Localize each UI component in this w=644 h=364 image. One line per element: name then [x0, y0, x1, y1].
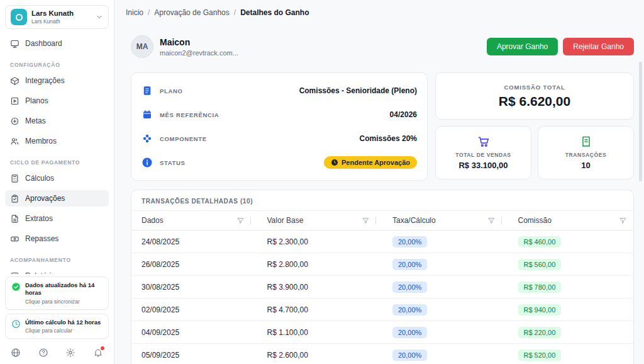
- approve-button[interactable]: Aprovar Ganho: [487, 38, 558, 55]
- cart-icon: [477, 135, 490, 148]
- breadcrumb-separator: /: [234, 8, 236, 17]
- sidebar-item-membros[interactable]: Membros: [5, 133, 109, 149]
- sidebar-item-extratos[interactable]: Extratos: [5, 210, 109, 227]
- breadcrumb-separator: /: [148, 8, 150, 17]
- calendar-icon: [142, 109, 153, 120]
- sidebar-item-label: Extratos: [25, 214, 53, 223]
- status-badge: Pendente Aprovação: [324, 156, 417, 169]
- transactions-label: TRANSAÇÕES: [565, 152, 606, 158]
- sidebar: Lars Kunath Lars Kunath Dashboard CONFIG…: [0, 0, 114, 364]
- rate-badge: 20,00%: [392, 259, 427, 270]
- breadcrumb-approvals[interactable]: Aprovação de Ganhos: [154, 8, 229, 17]
- cell-commission: R$ 460,00: [508, 236, 634, 247]
- workspace-name: Lars Kunath: [31, 9, 74, 18]
- sidebar-item-repasses[interactable]: Repasses: [5, 230, 109, 247]
- component-icon: [142, 133, 153, 144]
- sidebar-item-label: Aprovações: [25, 194, 65, 203]
- rate-badge: 20,00%: [392, 236, 427, 247]
- detail-label: COMPONENTE: [160, 135, 207, 142]
- summary-grid: PLANO Comissões - Senioridade (Pleno) MÊ…: [131, 72, 634, 181]
- column-header-taxa: Taxa/Cálculo: [382, 211, 508, 230]
- sidebar-item-label: Metas: [25, 117, 46, 125]
- cell-commission: R$ 560,00: [508, 259, 634, 270]
- sidebar-item-integracoes[interactable]: Integrações: [5, 72, 109, 89]
- detail-row-status: STATUS Pendente Aprovação: [142, 151, 417, 174]
- table-row[interactable]: 26/08/2025 R$ 2.800,00 20,00% R$ 560,00: [131, 253, 633, 276]
- table-row[interactable]: 24/08/2025 R$ 2.300,00 20,00% R$ 460,00: [131, 230, 633, 253]
- summary-column: COMISSÃO TOTAL R$ 6.620,00 TOTAL DE VEND…: [435, 72, 634, 181]
- sidebar-item-relatorios[interactable]: Relatórios: [5, 268, 109, 274]
- scrollbar[interactable]: [639, 62, 642, 181]
- sync-status-subtitle: Clique para sincronizar: [25, 299, 103, 305]
- reject-button[interactable]: Rejeitar Ganho: [563, 38, 634, 55]
- commission-badge: R$ 220,00: [518, 327, 562, 338]
- calc-status-card[interactable]: Último cálculo há 12 horas Clique para c…: [5, 314, 109, 339]
- cell-date: 30/08/2025: [131, 283, 257, 292]
- gear-icon[interactable]: [65, 348, 75, 358]
- detail-row-plano: PLANO Comissões - Senioridade (Pleno): [142, 79, 417, 103]
- column-label: Valor Base: [267, 216, 304, 225]
- transactions-table-card: TRANSAÇÕES DETALHADAS (10) Dados Valor B…: [131, 190, 634, 364]
- page-header: MA Maicon maicon2@revtrack.com... Aprova…: [131, 35, 634, 58]
- sync-status-card[interactable]: Dados atualizados há 14 horas Clique par…: [5, 276, 109, 310]
- commission-badge: R$ 460,00: [518, 236, 562, 247]
- sidebar-item-label: Integrações: [25, 76, 65, 85]
- table-row[interactable]: 04/09/2025 R$ 1.100,00 20,00% R$ 220,00: [131, 321, 633, 344]
- cell-commission: R$ 220,00: [508, 327, 634, 338]
- sidebar-item-calculos[interactable]: Cálculos: [5, 170, 109, 186]
- funnel-icon[interactable]: [362, 217, 370, 225]
- sync-status-texts: Dados atualizados há 14 horas Clique par…: [25, 282, 103, 305]
- transactions-value: 10: [581, 161, 590, 170]
- sales-total-label: TOTAL DE VENDAS: [455, 152, 511, 158]
- plans-icon: [10, 96, 19, 106]
- clock-icon: [11, 319, 21, 329]
- funnel-icon[interactable]: [487, 217, 496, 225]
- table-row[interactable]: 02/09/2025 R$ 4.700,00 20,00% R$ 940,00: [131, 299, 633, 321]
- sidebar-item-aprovacoes[interactable]: Aprovações: [5, 190, 109, 207]
- person-info: Maicon maicon2@revtrack.com...: [160, 37, 238, 57]
- globe-icon[interactable]: [11, 348, 21, 358]
- table-row[interactable]: 05/09/2025 R$ 2.600,00 20,00% R$ 520,00: [131, 344, 633, 364]
- cell-rate: 20,00%: [382, 327, 508, 338]
- detail-row-mes: MÊS REFERÊNCIA 04/2026: [142, 103, 417, 127]
- breadcrumb-home[interactable]: Inicio: [126, 8, 143, 17]
- column-divider: [375, 217, 376, 225]
- detail-label: MÊS REFERÊNCIA: [160, 111, 219, 118]
- commission-total-value: R$ 6.620,00: [499, 94, 570, 109]
- cell-base: R$ 2.600,00: [257, 351, 383, 360]
- chevron-down-icon: [96, 13, 103, 21]
- goals-icon: [10, 117, 19, 126]
- cell-base: R$ 3.900,00: [257, 283, 383, 292]
- funnel-icon[interactable]: [619, 217, 627, 225]
- sidebar-item-label: Membros: [25, 137, 57, 145]
- sidebar-item-dashboard[interactable]: Dashboard: [5, 35, 109, 52]
- sidebar-section-cycle: CICLO DE PAGAMENTO: [5, 153, 109, 170]
- detail-value: Comissões 20%: [360, 134, 417, 143]
- cell-date: 02/09/2025: [131, 305, 257, 314]
- info-icon: [142, 157, 153, 168]
- sidebar-item-label: Repasses: [25, 234, 58, 243]
- commission-badge: R$ 520,00: [518, 350, 562, 361]
- column-label: Comissão: [518, 216, 552, 225]
- commission-badge: R$ 560,00: [518, 259, 562, 270]
- cell-base: R$ 4.700,00: [257, 305, 383, 314]
- calculations-icon: [10, 174, 19, 183]
- sidebar-item-metas[interactable]: Metas: [5, 113, 109, 129]
- statements-icon: [10, 214, 19, 224]
- column-divider: [250, 217, 251, 225]
- workspace-switcher[interactable]: Lars Kunath Lars Kunath: [5, 5, 109, 29]
- transactions-card: TRANSAÇÕES 10: [538, 126, 634, 179]
- bell-icon[interactable]: [93, 348, 103, 358]
- commission-badge: R$ 940,00: [518, 304, 562, 316]
- column-header-dados: Dados: [131, 211, 257, 230]
- help-icon[interactable]: [38, 348, 48, 358]
- sidebar-menu: Dashboard CONFIGURAÇÃO Integrações Plano…: [0, 34, 114, 274]
- cell-rate: 20,00%: [382, 350, 508, 361]
- table-row[interactable]: 30/08/2025 R$ 3.900,00 20,00% R$ 780,00: [131, 276, 633, 299]
- sidebar-item-planos[interactable]: Planos: [5, 93, 109, 109]
- detail-row-componente: COMPONENTE Comissões 20%: [142, 127, 417, 151]
- cell-rate: 20,00%: [382, 259, 508, 270]
- funnel-icon[interactable]: [236, 217, 245, 225]
- table-header-row: Dados Valor Base Taxa/Cálculo: [131, 210, 633, 230]
- page-content: MA Maicon maicon2@revtrack.com... Aprova…: [114, 35, 644, 364]
